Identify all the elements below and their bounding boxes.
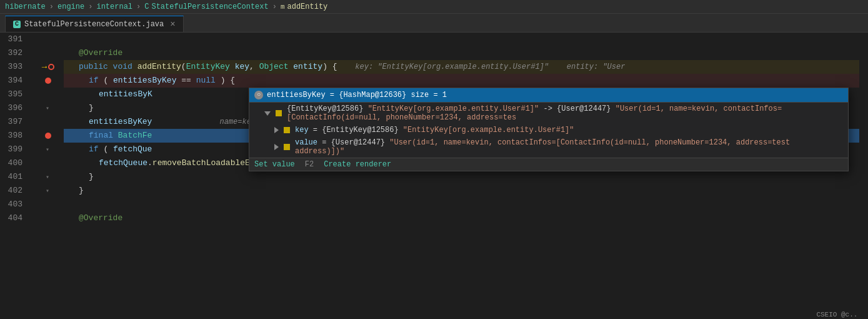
- space-399: (: [99, 143, 113, 156]
- line-395: 395: [0, 88, 27, 101]
- debug-popup: ○ entitiesByKey = {HashMap@12636} size =…: [249, 88, 849, 171]
- crumb-method-name: addEntity: [287, 3, 328, 11]
- code-line-403: [64, 198, 868, 211]
- fold-icon-399[interactable]: ▾: [46, 146, 49, 153]
- editor-area: 391 392 393 394 395 396 397 398 399 400 …: [0, 33, 868, 318]
- java-file-icon: C: [13, 21, 21, 28]
- gutter-394: [32, 74, 64, 88]
- kw-if-394: if: [89, 74, 99, 88]
- var-entitiesbykey-395: entitiesByK: [99, 88, 152, 101]
- gutter-393: →: [32, 60, 64, 74]
- gutter-404: [32, 211, 64, 225]
- expand-icon-1: [274, 127, 279, 133]
- line-399: 399: [0, 143, 27, 156]
- popup-row-text-1: key = {EntityKey@12586} "EntityKey[org.e…: [295, 126, 574, 134]
- comma-393: ,: [249, 60, 259, 74]
- var-entitiesbykey-397: entitiesByKey: [89, 115, 152, 129]
- line-402: 402: [0, 184, 27, 198]
- gutter-400: [32, 156, 64, 170]
- punct-394: ) {: [216, 74, 235, 88]
- expand-icon-0: [264, 111, 271, 116]
- punct-393: (: [181, 60, 186, 74]
- crumb-hibernate[interactable]: hibernate: [5, 3, 46, 11]
- var-fetchqueue-400: fetchQueue: [99, 156, 147, 170]
- tab-bar: C StatefulPersistenceContext.java ×: [0, 14, 868, 33]
- crumb-class-name: StatefulPersistenceContext: [151, 3, 268, 11]
- tab-statefull-persistence[interactable]: C StatefulPersistenceContext.java ×: [5, 16, 184, 32]
- dot-400: .: [147, 156, 152, 170]
- crumb-engine[interactable]: engine: [57, 3, 84, 11]
- hint-393: key: "EntityKey[org.example.entity.User#…: [337, 60, 626, 74]
- popup-row-text-0: {EntityKey@12586} "EntityKey[org.example…: [287, 104, 843, 122]
- param-entity: entity: [289, 60, 323, 74]
- popup-header-text: entitiesByKey = {HashMap@12636} size = 1: [267, 91, 447, 99]
- breadcrumb: hibernate › engine › internal › C Statef…: [0, 0, 868, 14]
- kw-void-393: void: [113, 60, 137, 74]
- type-entitykey: EntityKey: [186, 60, 230, 74]
- debug-arrow-393: →: [42, 62, 47, 72]
- field-icon-2: [284, 144, 290, 150]
- annotation-override-404: @Override: [79, 211, 122, 225]
- popup-footer: Set value F2 Create renderer: [249, 158, 848, 171]
- kw-null-394: null: [196, 74, 216, 88]
- code-line-401: }: [64, 170, 868, 184]
- popup-row-1[interactable]: key = {EntityKey@12586} "EntityKey[org.e…: [249, 124, 848, 136]
- code-line-393: public void addEntity ( EntityKey key , …: [64, 60, 868, 74]
- gutter-402: ▾: [32, 184, 64, 198]
- code-line-392: @Override: [64, 46, 868, 60]
- line-401: 401: [0, 170, 27, 184]
- gutter-392: [32, 46, 64, 60]
- line-396: 396: [0, 101, 27, 115]
- op-394: ==: [176, 74, 196, 88]
- line-numbers: 391 392 393 394 395 396 397 398 399 400 …: [0, 33, 32, 318]
- line-391: 391: [0, 33, 27, 46]
- line-398: 398: [0, 129, 27, 143]
- gutter-403: [32, 198, 64, 211]
- status-bar-right: CSEIO @c...: [816, 311, 862, 318]
- popup-header-row[interactable]: ○ entitiesByKey = {HashMap@12636} size =…: [249, 88, 848, 103]
- create-renderer-link[interactable]: Create renderer: [324, 160, 391, 169]
- crumb-class[interactable]: C: [144, 3, 149, 11]
- breakpoint-398[interactable]: [45, 133, 51, 139]
- breakpoint-invalid-393[interactable]: [48, 64, 54, 70]
- breakpoint-394[interactable]: [45, 78, 51, 84]
- set-value-key: F2: [305, 160, 314, 169]
- punct2-393: ) {: [322, 60, 337, 74]
- var-fetchque-399: fetchQue: [113, 143, 152, 156]
- code-line-402: }: [64, 184, 868, 198]
- gutter-401: ▾: [32, 170, 64, 184]
- gutter-398: [32, 129, 64, 143]
- type-object: Object: [259, 60, 289, 74]
- gutter: → ▾ ▾ ▾ ▾: [32, 33, 64, 318]
- line-400: 400: [0, 156, 27, 170]
- line-397: 397: [0, 115, 27, 129]
- gutter-397: [32, 115, 64, 129]
- field-icon-1: [284, 127, 290, 133]
- tab-label: StatefulPersistenceContext.java: [24, 20, 164, 29]
- kw-final-398: final: [89, 129, 118, 143]
- popup-row-0[interactable]: {EntityKey@12586} "EntityKey[org.example…: [249, 103, 848, 124]
- gutter-395: [32, 88, 64, 101]
- line-394: 394: [0, 74, 27, 88]
- fn-addentity: addEntity: [137, 60, 181, 74]
- set-value-link[interactable]: Set value: [254, 160, 295, 169]
- crumb-method-icon: m: [281, 3, 285, 11]
- right-scrollbar[interactable]: [859, 33, 868, 318]
- brace-401: }: [89, 170, 94, 184]
- param-key: key: [230, 60, 249, 74]
- tab-close-button[interactable]: ×: [170, 19, 175, 29]
- popup-row-text-2: value = {User@12447} "User(id=1, name=ke…: [295, 138, 843, 156]
- kw-public-393: public: [79, 60, 113, 74]
- popup-row-2[interactable]: value = {User@12447} "User(id=1, name=ke…: [249, 136, 848, 158]
- line-404: 404: [0, 211, 27, 225]
- kw-if-399: if: [89, 143, 99, 156]
- gutter-391: [32, 33, 64, 46]
- fold-icon-401[interactable]: ▾: [46, 173, 49, 181]
- line-392: 392: [0, 46, 27, 60]
- gutter-396: ▾: [32, 101, 64, 115]
- fold-icon-402[interactable]: ▾: [46, 187, 49, 195]
- crumb-internal[interactable]: internal: [96, 3, 132, 11]
- fold-icon-396[interactable]: ▾: [46, 104, 49, 112]
- code-line-391: [64, 33, 868, 46]
- field-icon-0: [276, 110, 282, 116]
